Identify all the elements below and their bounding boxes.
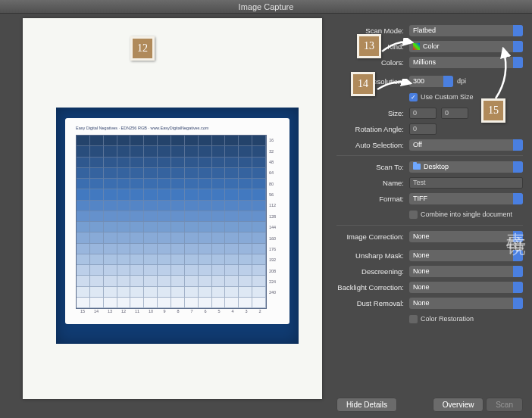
callout-13: 13 [357,34,381,58]
name-input[interactable] [409,177,523,189]
grid-cell [185,287,199,298]
grid-cell [171,298,185,308]
format-select[interactable]: TIFF [409,193,523,204]
grid-cell [77,265,90,276]
col-label: 8 [171,309,185,320]
scan-button[interactable]: Scan [486,398,523,412]
grid-cell [185,276,199,286]
row-label: 64 [267,167,279,178]
dust-select[interactable]: None [409,298,523,309]
grid-cell [199,254,212,265]
col-label: 7 [185,309,199,320]
grid-cell [158,158,171,168]
grid-cell [185,232,199,243]
auto-selection-select[interactable]: Off [409,139,523,151]
col-label: 12 [117,309,130,320]
colors-select[interactable]: Millions [409,57,523,68]
grid-cell [158,201,171,211]
grid-cell [239,168,252,179]
grid-cell [239,222,252,232]
grid-cell [117,189,131,200]
col-label: 10 [144,309,158,320]
grid-cell [104,146,117,157]
grid-cell [144,287,158,298]
grid-cell [225,287,239,298]
grid-cell [90,298,104,308]
grid-cell [130,298,144,308]
grid-cell [104,179,117,189]
grid-cell [185,201,199,211]
grid-cell [171,276,185,286]
color-restoration-checkbox[interactable] [409,315,418,323]
grid-cell [130,179,144,189]
grid-cell [225,232,239,243]
grid-cell [130,136,144,146]
grid-cell [104,232,117,243]
grid-cell [225,168,239,179]
grid-cell [185,211,199,222]
grid-cell [199,189,212,200]
size-width-input[interactable] [409,108,437,119]
use-custom-size-checkbox[interactable]: ✓ [409,93,418,101]
hide-details-button[interactable]: Hide Details [336,398,397,412]
grid-cell [117,276,131,286]
grid-cell [212,168,226,179]
kind-select[interactable]: Color [409,41,523,52]
grid-cell [77,136,90,146]
grid-cell [158,211,171,222]
label-colors: Colors: [336,58,409,67]
grid-cell [130,146,144,157]
scan-to-select[interactable]: Desktop [409,161,523,173]
grid-cell [90,158,104,168]
unsharp-select[interactable]: None [409,250,523,261]
grid-cell [225,244,239,254]
grid-cell [212,222,226,232]
grid-cell [104,168,117,179]
col-label: 11 [130,309,144,320]
grid-cell [225,276,239,286]
combine-checkbox[interactable] [409,211,418,219]
grid-col-labels: 15141312111098765432 [76,309,267,320]
calibration-grid: 163248648096112128144160176192208224240 [76,135,279,309]
divider [336,155,523,156]
resolution-select[interactable]: 300 [409,76,453,87]
overview-button[interactable]: Overview [433,398,484,412]
grid-cell [185,136,199,146]
step-wedge-card: Easy Digital Negatives · EDN256 RGB · ww… [65,118,289,324]
grid-cell [199,136,212,146]
backlight-select[interactable]: None [409,282,523,293]
grid-cell [117,298,131,308]
grid-cell [104,254,117,265]
grid-cell [117,232,131,243]
scan-preview[interactable]: Easy Digital Negatives · EDN256 RGB · ww… [23,18,322,399]
scan-mode-select[interactable]: Flatbed [409,25,523,36]
grid-cell [185,244,199,254]
combine-label: Combine into single document [421,211,512,218]
grid-cell [77,146,90,157]
row-label: 240 [267,287,279,298]
grid-cell [252,222,266,232]
grid-cell [199,211,212,222]
col-label: 9 [158,309,171,320]
divider [336,225,523,226]
image-correction-select[interactable]: None [409,231,523,242]
grid-cell [239,146,252,157]
rotation-input[interactable] [409,123,437,135]
grid-cell [158,189,171,200]
grid-cell [144,244,158,254]
descreen-select[interactable]: None [409,266,523,277]
grid-cell [171,146,185,157]
size-height-input[interactable] [441,108,468,119]
grid-cell [252,211,266,222]
grid-cell [117,211,131,222]
col-label: 14 [89,309,103,320]
grid-cell [252,189,266,200]
grid-cell [90,201,104,211]
grid-cell [117,146,131,157]
grid-cell [239,276,252,286]
grid-cell [171,158,185,168]
grid-cell [130,201,144,211]
grid-cell [77,244,90,254]
window-titlebar: Image Capture [0,0,532,14]
grid-cell [252,254,266,265]
